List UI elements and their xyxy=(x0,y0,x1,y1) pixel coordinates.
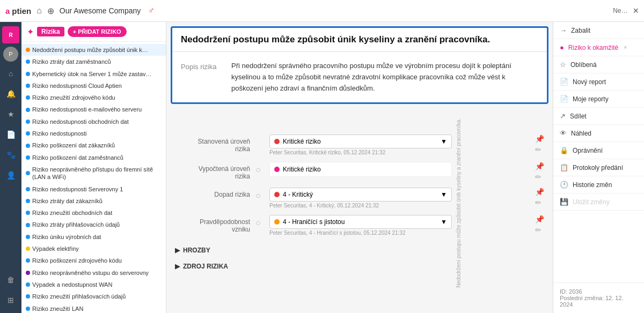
close-button[interactable]: × xyxy=(633,5,639,17)
home-nav-icon[interactable]: ⌂ xyxy=(36,6,42,16)
sidebar-item-home[interactable]: ⌂ xyxy=(2,65,19,82)
list-item[interactable]: Riziko poškození dat zákazníků xyxy=(21,139,166,151)
pravdepodobnost-value: 4 - Hraničící s jistotou xyxy=(283,218,345,226)
vertical-label: Nedodržení postupu může způsobit únik ky… xyxy=(456,118,462,288)
list-item[interactable]: Riziko zneužití přihlašovacích údajů xyxy=(21,290,166,302)
list-item[interactable]: Nedodržení postupu může způsobit únik k… xyxy=(21,44,166,56)
rp-moje-reporty[interactable]: 📄 Moje reporty xyxy=(553,91,644,108)
pridat-riziko-button[interactable]: + PŘIDAT RIZIKO xyxy=(68,26,127,37)
pin-icon2[interactable]: 📌 xyxy=(535,162,544,170)
edit-icon3[interactable]: ✏ xyxy=(535,198,544,207)
list-item[interactable]: Riziko úniku výrobních dat xyxy=(21,231,166,243)
vypoctena-actions: 📌 ✏ xyxy=(535,162,544,181)
pravd-dot xyxy=(274,219,280,225)
sdilet-label: Sdílet xyxy=(570,113,587,120)
vypoctena-dot xyxy=(274,167,280,172)
zdroj-section[interactable]: ▶ ZDROJ RIZIKA xyxy=(175,258,544,274)
hrozby-label: HROZBY xyxy=(183,247,210,254)
company-name: Our Awesome Company xyxy=(60,6,141,15)
list-item[interactable]: Riziko zneužití obchodních dat xyxy=(21,207,166,219)
rp-oblibena[interactable]: ☆ Oblíbená xyxy=(553,56,644,73)
content-area: Stanovená úroveňrizika Kritické riziko ▼… xyxy=(166,129,553,280)
document-icon: 📄 xyxy=(6,130,16,139)
list-item[interactable]: Riziko nedostupnosti Serverovny 1 xyxy=(21,183,166,195)
user-avatar[interactable]: P xyxy=(3,47,18,62)
stanovena-dropdown[interactable]: Kritické riziko ▼ xyxy=(269,135,452,148)
edit-icon2[interactable]: ✏ xyxy=(535,173,544,181)
hrozby-section[interactable]: ▶ HROZBY xyxy=(175,242,544,258)
lock-icon: 🔒 xyxy=(560,146,568,154)
risk-dot-blue xyxy=(26,84,30,88)
list-item[interactable]: Riziko neoprávněného přístupu do firemní… xyxy=(21,163,166,183)
sidebar-item-trash[interactable]: 🗑 xyxy=(2,271,19,288)
dopad-label: Dopad rizika xyxy=(175,188,250,198)
sidebar-item-star[interactable]: ★ xyxy=(2,106,19,123)
list-item[interactable]: Riziko nedostupnosti Cloud Aptien xyxy=(21,80,166,92)
list-item[interactable]: Riziko poškození dat zaměstnanců xyxy=(21,152,166,163)
star-icon: ★ xyxy=(8,110,14,118)
stanovena-value: Kritické riziko xyxy=(283,138,321,145)
risk-dot-blue xyxy=(26,155,30,160)
risk-dot-blue xyxy=(26,307,30,311)
left-panel: ✦ Rizika + PŘIDAT RIZIKO Nedodržení post… xyxy=(21,22,166,313)
list-item[interactable]: Riziko nedostupnosti e-mailového serveru xyxy=(21,103,166,115)
sidebar-item-rizika[interactable]: R xyxy=(2,26,19,43)
pravdepodobnost-label: Pravděpodobnostvzniku xyxy=(175,215,250,233)
rp-nahled[interactable]: 👁 Náhled xyxy=(553,125,644,142)
opravneni-label: Oprávnění xyxy=(573,147,603,154)
main-layout: R P ⌂ 🔔 ★ 📄 🐾 👤 🗑 ⊞ ✦ xyxy=(0,22,644,313)
protokoly-icon: 📋 xyxy=(560,163,568,172)
list-item[interactable]: Výpadek elektřiny xyxy=(21,243,166,255)
hrozby-chevron-icon: ▶ xyxy=(175,247,180,254)
pin-icon[interactable]: 📌 xyxy=(535,135,544,143)
list-item[interactable]: Riziko zneužití zdrojového kódu xyxy=(21,92,166,103)
risk-dot-blue xyxy=(26,258,30,263)
vypoctena-indicator: ○ xyxy=(255,162,264,175)
sidebar-item-bell[interactable]: 🔔 xyxy=(2,85,19,102)
sidebar-item-process[interactable]: 🐾 xyxy=(2,146,19,163)
rp-historie[interactable]: 🕐 Historie změn xyxy=(553,176,644,193)
list-item[interactable]: Riziko nedostupnosti obchodních dat xyxy=(21,116,166,128)
rp-novy-report[interactable]: 📄 Nový report xyxy=(553,73,644,91)
rp-sdilet[interactable]: ↗ Sdílet xyxy=(553,108,644,125)
pravdepodobnost-indicator: ○ xyxy=(255,215,264,228)
edit-icon[interactable]: ✏ xyxy=(535,145,544,154)
list-item[interactable]: Riziko poškození zdrojového kódu xyxy=(21,255,166,266)
vypoctena-label: Vypočtená úroveňrizika xyxy=(175,162,250,180)
pravdepodobnost-dropdown[interactable]: 4 - Hraničící s jistotou ▼ xyxy=(269,215,452,229)
kriticky-dot xyxy=(274,139,280,144)
sidebar-item-grid[interactable]: ⊞ xyxy=(2,292,19,309)
list-item[interactable]: Riziko ztráty dat zaměstnanců xyxy=(21,56,166,68)
list-item[interactable]: Riziko zneužití LAN xyxy=(21,303,166,313)
company-icon: ♂ xyxy=(148,6,155,16)
risk-dot-purple xyxy=(26,271,30,275)
riziko-okamzite-label: Riziko k okamžité xyxy=(568,44,618,51)
close-badge[interactable]: × xyxy=(624,44,627,50)
list-item[interactable]: Riziko neoprávněného vstupu do serverovn… xyxy=(21,267,166,279)
rp-protokoly[interactable]: 📋 Protokoly předání xyxy=(553,159,644,176)
dopad-indicator: ○ xyxy=(255,188,264,200)
rp-riziko-okamzite[interactable]: ● Riziko k okamžité × xyxy=(553,39,644,56)
stanovena-note: Peter Securitas, Kritické riziko, 05.12.… xyxy=(269,150,526,155)
dopad-note: Peter Securitas, 4 - Kritický, 05.12.202… xyxy=(269,203,526,208)
pin-icon4[interactable]: 📌 xyxy=(535,215,544,223)
protokoly-label: Protokoly předání xyxy=(573,164,623,172)
pin-icon3[interactable]: 📌 xyxy=(535,188,544,196)
edit-icon4[interactable]: ✏ xyxy=(535,226,544,234)
add-nav-icon[interactable]: ⊕ xyxy=(47,6,54,16)
list-item[interactable]: Riziko nedostupnosti xyxy=(21,128,166,139)
list-item[interactable]: Kybernetický útok na Server 1 může zasta… xyxy=(21,68,166,80)
risk-dot-yellow xyxy=(26,247,30,251)
dopad-dropdown[interactable]: 4 - Kritický ▼ xyxy=(269,188,452,202)
list-item[interactable]: Riziko ztráty dat zákazníků xyxy=(21,195,166,207)
dopad-content: 4 - Kritický ▼ Peter Securitas, 4 - Krit… xyxy=(269,188,526,208)
ulozit-label: Uložit změny xyxy=(573,198,610,206)
rp-opravneni[interactable]: 🔒 Oprávnění xyxy=(553,142,644,159)
sidebar-item-user[interactable]: 👤 xyxy=(2,167,19,184)
rp-zabalit[interactable]: → Zabalit xyxy=(553,22,644,39)
rp-ulozit: 💾 Uložit změny xyxy=(553,193,644,211)
list-item[interactable]: Riziko ztráty přihlašovacích údajů xyxy=(21,219,166,230)
sidebar-item-doc[interactable]: 📄 xyxy=(2,126,19,143)
list-item[interactable]: Výpadek a nedostupnost WAN xyxy=(21,279,166,290)
vypoctena-field-row: Vypočtená úroveňrizika ○ Kritické riziko… xyxy=(175,162,544,181)
